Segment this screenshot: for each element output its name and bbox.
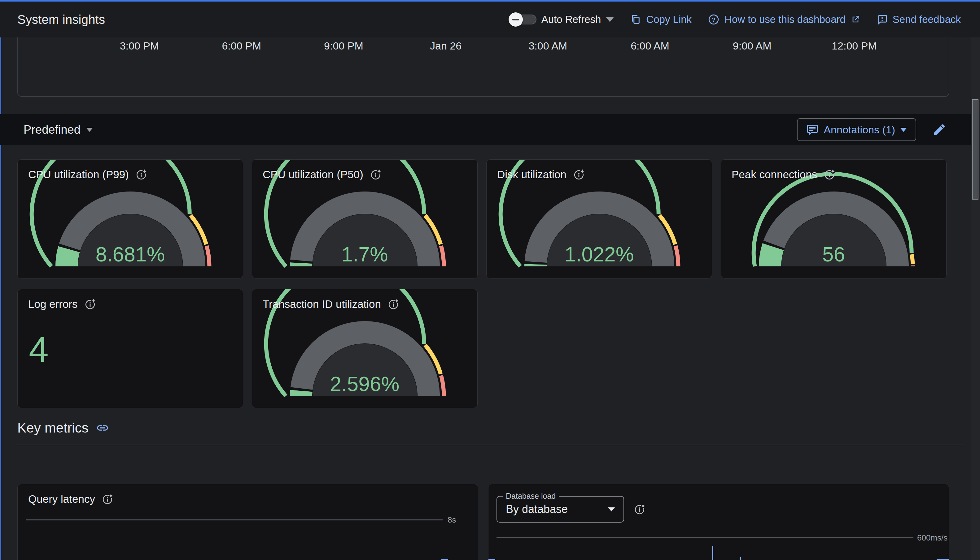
help-icon: ? bbox=[708, 13, 719, 25]
help-link[interactable]: ? How to use this dashboard bbox=[708, 13, 860, 25]
time-axis-label: 9:00 AM bbox=[733, 40, 771, 52]
gauge-value: 8.681% bbox=[18, 243, 243, 266]
chevron-down-icon[interactable] bbox=[606, 17, 614, 22]
auto-refresh-label: Auto Refresh bbox=[542, 13, 601, 25]
chevron-down-icon bbox=[900, 128, 907, 132]
gauge-card: CPU utilization (P99)8.681% bbox=[17, 159, 243, 278]
gauge-card: Disk utilization1.022% bbox=[486, 159, 712, 278]
stat-card: Log errors4 bbox=[17, 289, 243, 408]
database-load-card: Database load By database 600ms/s bbox=[488, 484, 949, 560]
y-gridline-label: 600ms/s bbox=[917, 533, 948, 543]
insights-info-icon[interactable] bbox=[370, 168, 382, 180]
auto-refresh-control[interactable]: Auto Refresh bbox=[509, 13, 614, 25]
insights-info-icon[interactable] bbox=[135, 168, 147, 180]
insights-info-icon[interactable] bbox=[824, 168, 836, 180]
insights-info-icon[interactable] bbox=[102, 493, 114, 505]
page-title: System insights bbox=[17, 13, 105, 27]
card-title: CPU utilization (P99) bbox=[28, 168, 129, 181]
section-divider bbox=[17, 445, 963, 445]
external-link-icon bbox=[851, 15, 860, 25]
link-icon[interactable] bbox=[96, 422, 109, 434]
gauge-card: CPU utilization (P50)1.7% bbox=[252, 159, 478, 278]
auto-refresh-toggle[interactable] bbox=[509, 15, 537, 25]
gauge-value: 56 bbox=[721, 243, 946, 266]
topbar: System insights Auto Refresh Copy Link bbox=[0, 0, 980, 37]
card-title: CPU utilization (P50) bbox=[263, 168, 363, 181]
insights-info-icon[interactable] bbox=[85, 298, 96, 310]
gauge-card: Transaction ID utilization2.596% bbox=[252, 289, 478, 408]
copy-link-button[interactable]: Copy Link bbox=[630, 13, 692, 25]
topbar-actions: Auto Refresh Copy Link ? How to use this… bbox=[509, 13, 961, 25]
send-feedback-button[interactable]: Send feedback bbox=[876, 13, 961, 25]
stat-value: 4 bbox=[29, 329, 48, 370]
time-axis-label: 6:00 AM bbox=[630, 40, 669, 52]
predefined-dropdown[interactable]: Predefined bbox=[23, 123, 93, 137]
database-load-select[interactable]: Database load By database bbox=[497, 496, 624, 523]
help-label: How to use this dashboard bbox=[724, 13, 846, 25]
gauge-value: 2.596% bbox=[252, 372, 477, 396]
section-title: Key metrics bbox=[17, 420, 89, 436]
scrollbar-thumb[interactable] bbox=[972, 99, 978, 200]
query-latency-card: Query latency 8s bbox=[17, 484, 478, 560]
insights-info-icon[interactable] bbox=[573, 168, 585, 180]
y-gridline-label: 8s bbox=[448, 515, 456, 525]
chart-line-fragment bbox=[712, 546, 713, 560]
chevron-down-icon bbox=[86, 128, 93, 132]
insights-info-icon[interactable] bbox=[388, 298, 400, 310]
time-axis-label: 6:00 PM bbox=[222, 40, 261, 52]
card-title: Query latency bbox=[28, 493, 95, 505]
time-range-panel: 3:00 PM6:00 PM9:00 PMJan 263:00 AM6:00 A… bbox=[17, 37, 949, 97]
annotation-comment-icon bbox=[806, 123, 819, 136]
predefined-label: Predefined bbox=[23, 123, 80, 137]
gauge-value: 1.022% bbox=[487, 243, 712, 266]
copy-icon bbox=[630, 14, 641, 25]
gauge-card: Peak connections56 bbox=[721, 159, 947, 278]
annotations-button[interactable]: Annotations (1) bbox=[797, 118, 916, 141]
chevron-down-icon bbox=[608, 507, 615, 512]
gauge-value: 1.7% bbox=[252, 243, 477, 266]
time-axis-label: Jan 26 bbox=[430, 40, 462, 52]
copy-link-label: Copy Link bbox=[646, 13, 692, 25]
svg-text:?: ? bbox=[712, 17, 716, 23]
time-axis-label: 9:00 PM bbox=[324, 40, 363, 52]
card-title: Peak connections bbox=[732, 168, 817, 181]
key-metrics-heading: Key metrics bbox=[17, 420, 109, 436]
y-gridline bbox=[497, 537, 913, 538]
edit-pencil-button[interactable] bbox=[932, 123, 947, 137]
key-metrics-charts: Query latency 8s Database load By databa… bbox=[17, 484, 949, 560]
feedback-icon bbox=[876, 14, 888, 25]
insights-info-icon[interactable] bbox=[634, 503, 646, 515]
card-title: Disk utilization bbox=[497, 168, 567, 181]
select-label: Database load bbox=[503, 492, 559, 501]
scrollbar-track[interactable] bbox=[971, 37, 980, 560]
toggle-knob-icon[interactable] bbox=[508, 12, 523, 27]
y-gridline bbox=[26, 520, 443, 520]
select-value: By database bbox=[506, 503, 568, 516]
metric-cards-grid: CPU utilization (P99)8.681%CPU utilizati… bbox=[17, 159, 947, 408]
chart-line-fragment bbox=[740, 557, 741, 560]
time-axis-label: 12:00 PM bbox=[832, 40, 877, 52]
card-title: Transaction ID utilization bbox=[263, 298, 381, 310]
annotations-label: Annotations (1) bbox=[824, 124, 895, 136]
send-feedback-label: Send feedback bbox=[893, 13, 961, 25]
card-title: Log errors bbox=[28, 298, 78, 310]
dashboard-toolbar: Predefined Annotations (1) bbox=[0, 114, 980, 145]
time-axis-label: 3:00 AM bbox=[528, 40, 567, 52]
time-axis-label: 3:00 PM bbox=[120, 40, 159, 52]
